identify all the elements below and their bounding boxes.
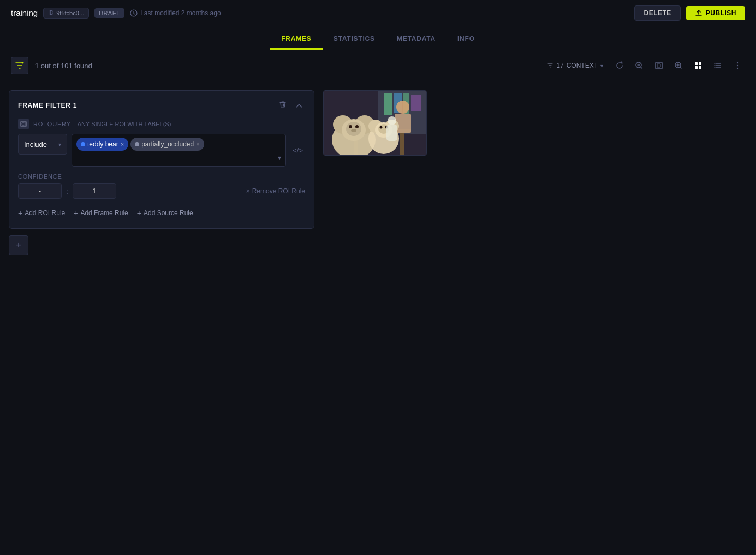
roi-query-label: ROI QUERY <box>33 121 71 127</box>
add-source-plus-icon: + <box>137 209 141 217</box>
svg-point-13 <box>737 65 738 66</box>
context-button[interactable]: 17 CONTEXT ▾ <box>543 60 608 72</box>
context-count: 17 <box>556 62 563 69</box>
svg-rect-6 <box>699 62 701 65</box>
frame-filter: FRAME FILTER 1 <box>9 90 314 229</box>
tag-dot-blue <box>81 142 85 146</box>
tab-metadata[interactable]: METADATA <box>386 29 447 50</box>
zoom-in-icon <box>674 61 683 70</box>
tag-teddy-bear: teddy bear × <box>76 138 128 151</box>
frame-filter-actions <box>277 99 305 111</box>
svg-point-27 <box>396 101 409 114</box>
list-view-button[interactable] <box>710 58 725 73</box>
add-source-rule-button[interactable]: + Add Source Rule <box>137 206 193 220</box>
confidence-separator: : <box>66 187 68 196</box>
filter-icon <box>15 61 25 70</box>
svg-rect-3 <box>656 62 662 69</box>
svg-rect-8 <box>699 66 701 69</box>
top-bar: training ID 9f5fcbc0... DRAFT Last modif… <box>0 0 756 26</box>
add-frame-plus-icon: + <box>74 209 78 217</box>
chevron-down-icon: ▾ <box>600 63 603 69</box>
collapse-filter-button[interactable] <box>293 100 305 111</box>
fit-button[interactable] <box>651 58 666 73</box>
tags-dropdown-arrow: ▾ <box>278 154 281 162</box>
clock-icon <box>130 9 138 17</box>
more-button[interactable] <box>730 58 745 73</box>
svg-point-44 <box>388 116 396 125</box>
svg-point-12 <box>737 62 738 63</box>
roi-section: ROI QUERY ANY SINGLE ROI WITH LABEL(S) I… <box>18 119 305 167</box>
add-filter-button[interactable]: + <box>9 235 28 255</box>
svg-point-34 <box>349 125 352 128</box>
refresh-icon <box>615 61 624 70</box>
add-frame-rule-button[interactable]: + Add Frame Rule <box>74 206 128 220</box>
roi-row: Include ▾ teddy bear × partially_occlude… <box>18 134 305 167</box>
tag-label-partially-occluded: partially_occluded <box>141 140 194 148</box>
svg-rect-5 <box>695 62 698 65</box>
grid-view-button[interactable] <box>690 58 706 73</box>
filter-panel: FRAME FILTER 1 <box>9 90 314 255</box>
svg-point-10 <box>714 65 715 66</box>
sort-icon <box>547 62 553 69</box>
tab-statistics[interactable]: STATISTICS <box>323 29 386 50</box>
add-roi-rule-button[interactable]: + Add ROI Rule <box>18 206 65 220</box>
refresh-button[interactable] <box>612 58 627 73</box>
filter-icon-button[interactable] <box>11 57 28 74</box>
more-icon <box>733 61 742 70</box>
collapse-icon <box>295 103 303 108</box>
id-badge: ID 9f5fcbc0... <box>43 8 89 19</box>
add-source-label: Add Source Rule <box>144 209 193 217</box>
tag-partially-occluded: partially_occluded × <box>130 138 204 151</box>
delete-button[interactable]: DELETE <box>634 5 680 21</box>
svg-point-35 <box>355 125 359 128</box>
tab-frames[interactable]: FRAMES <box>270 29 322 50</box>
remove-roi-rule-button[interactable]: × Remove ROI Rule <box>246 187 305 195</box>
tags-input[interactable]: teddy bear × partially_occluded × ▾ <box>72 134 286 167</box>
frame-filter-title: FRAME FILTER 1 <box>18 102 77 109</box>
svg-rect-23 <box>411 95 421 111</box>
svg-point-11 <box>714 67 715 68</box>
zoom-out-icon <box>635 61 644 70</box>
svg-point-42 <box>380 126 383 129</box>
zoom-in-button[interactable] <box>671 58 686 73</box>
remove-tag-teddy-bear[interactable]: × <box>121 141 124 147</box>
svg-rect-45 <box>386 125 397 141</box>
remove-tag-partially-occluded[interactable]: × <box>196 141 199 147</box>
svg-rect-7 <box>695 66 698 69</box>
tag-dot-gray <box>135 142 139 146</box>
zoom-out-button[interactable] <box>632 58 647 73</box>
toolbar: 1 out of 101 found 17 CONTEXT ▾ <box>0 50 756 81</box>
confidence-min-input[interactable] <box>18 183 62 199</box>
include-select[interactable]: Include ▾ <box>18 134 67 155</box>
include-value: Include <box>24 140 47 149</box>
grid-icon <box>694 61 703 70</box>
publish-button[interactable]: PUBLISH <box>686 6 745 20</box>
svg-point-14 <box>737 68 738 69</box>
confidence-max-input[interactable] <box>73 183 116 199</box>
any-single-label: ANY SINGLE ROI WITH LABEL(S) <box>78 121 171 127</box>
roi-header: ROI QUERY ANY SINGLE ROI WITH LABEL(S) <box>18 119 305 129</box>
svg-rect-26 <box>400 133 404 156</box>
nav-tabs: FRAMES STATISTICS METADATA INFO <box>0 26 756 50</box>
remove-icon: × <box>246 187 250 195</box>
top-bar-left: training ID 9f5fcbc0... DRAFT Last modif… <box>11 8 221 19</box>
toolbar-right: 17 CONTEXT ▾ <box>543 58 745 73</box>
upload-icon <box>695 9 703 17</box>
add-buttons: + Add ROI Rule + Add Frame Rule + Add So… <box>18 206 305 220</box>
include-dropdown-arrow: ▾ <box>58 141 61 147</box>
svg-point-1 <box>22 62 23 64</box>
svg-point-9 <box>714 63 715 64</box>
code-editor-button[interactable]: </> <box>290 144 305 157</box>
confidence-row: : × Remove ROI Rule <box>18 183 305 199</box>
svg-point-36 <box>351 129 356 132</box>
roi-query-icon <box>20 121 27 127</box>
delete-filter-button[interactable] <box>277 99 289 111</box>
add-roi-label: Add ROI Rule <box>25 209 65 217</box>
frame-filter-header: FRAME FILTER 1 <box>18 99 305 111</box>
publish-label: PUBLISH <box>706 9 736 17</box>
top-bar-right: DELETE PUBLISH <box>634 5 745 21</box>
add-roi-plus-icon: + <box>18 209 22 217</box>
image-grid <box>323 90 747 255</box>
image-thumbnail[interactable] <box>323 90 427 156</box>
tab-info[interactable]: INFO <box>447 29 486 50</box>
